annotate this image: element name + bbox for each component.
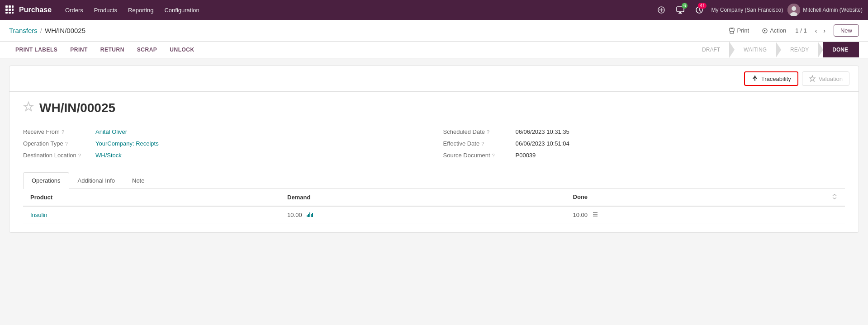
destination-location-value[interactable]: WH/Stock xyxy=(95,152,122,159)
nav-reporting[interactable]: Reporting xyxy=(123,4,158,16)
user-menu[interactable]: Mitchell Admin (Website) xyxy=(787,4,863,16)
detail-list-icon[interactable] xyxy=(592,211,598,218)
avatar xyxy=(787,4,800,16)
operation-type-value[interactable]: YourCompany: Receipts xyxy=(95,140,159,147)
breadcrumb-separator: / xyxy=(40,27,42,34)
status-waiting[interactable]: WAITING xyxy=(735,42,776,57)
traceability-label: Traceability xyxy=(761,75,791,82)
navbar-right: 6 41 My Company (San Francisco) Mitchell… xyxy=(654,3,863,17)
breadcrumb-bar: Transfers / WH/IN/00025 Print Action 1 /… xyxy=(0,20,868,42)
card-top-actions: Traceability Valuation xyxy=(9,66,859,92)
svg-rect-22 xyxy=(308,214,309,217)
receive-from-field: Receive From ? Anital Oliver xyxy=(23,126,425,138)
print-button-2[interactable]: PRINT xyxy=(64,42,94,57)
chat-icon-button[interactable]: 6 xyxy=(673,3,688,17)
tabs: Operations Additional Info Note xyxy=(23,172,845,189)
print-label: Print xyxy=(737,27,749,34)
new-button[interactable]: New xyxy=(834,24,859,37)
breadcrumb-actions: Print Action 1 / 1 ‹ › New xyxy=(725,24,859,37)
print-button[interactable]: Print xyxy=(725,25,753,36)
svg-rect-2 xyxy=(12,5,14,8)
operation-type-help[interactable]: ? xyxy=(65,141,68,146)
company-name[interactable]: My Company (San Francisco) xyxy=(711,7,783,13)
col-product: Product xyxy=(23,189,280,206)
action-buttons: PRINT LABELS PRINT RETURN SCRAP UNLOCK xyxy=(9,42,201,57)
navbar: Purchase Orders Products Reporting Confi… xyxy=(0,0,868,20)
nav-products[interactable]: Products xyxy=(90,4,122,16)
svg-rect-1 xyxy=(9,5,11,8)
prev-record-button[interactable]: ‹ xyxy=(812,26,820,35)
svg-rect-0 xyxy=(5,5,8,8)
return-button[interactable]: RETURN xyxy=(94,42,131,57)
next-record-button[interactable]: › xyxy=(821,26,828,35)
form-fields: Receive From ? Anital Oliver Operation T… xyxy=(23,126,845,161)
traceability-button[interactable]: Traceability xyxy=(744,71,798,86)
operation-type-label: Operation Type ? xyxy=(23,140,95,147)
tab-additional-info[interactable]: Additional Info xyxy=(69,172,123,188)
status-done[interactable]: DONE xyxy=(823,42,859,57)
destination-location-help[interactable]: ? xyxy=(78,153,81,158)
clock-icon-button[interactable]: 41 xyxy=(692,3,707,17)
scheduled-date-help[interactable]: ? xyxy=(487,129,489,135)
receive-from-label: Receive From ? xyxy=(23,128,95,135)
content-card: Traceability Valuation WH/IN/00025 xyxy=(9,66,859,233)
svg-rect-23 xyxy=(309,212,310,217)
operation-type-field: Operation Type ? YourCompany: Receipts xyxy=(23,138,425,150)
nav-configuration[interactable]: Configuration xyxy=(160,4,204,16)
svg-rect-21 xyxy=(307,215,308,217)
destination-location-label: Destination Location ? xyxy=(23,152,95,159)
tab-operations[interactable]: Operations xyxy=(23,172,69,189)
product-cell[interactable]: Insulin xyxy=(23,206,280,223)
svg-rect-24 xyxy=(311,214,312,217)
svg-rect-7 xyxy=(9,12,11,14)
done-cell: 10.00 xyxy=(566,206,845,223)
effective-date-value: 06/06/2023 10:51:04 xyxy=(516,140,569,147)
source-document-value: P00039 xyxy=(516,152,536,159)
app-name[interactable]: Purchase xyxy=(19,6,52,14)
print-labels-button[interactable]: PRINT LABELS xyxy=(9,42,64,57)
tab-note[interactable]: Note xyxy=(123,172,153,188)
effective-date-field: Effective Date ? 06/06/2023 10:51:04 xyxy=(443,138,845,150)
nav-orders[interactable]: Orders xyxy=(61,4,88,16)
col-done: Done xyxy=(566,189,845,206)
source-document-help[interactable]: ? xyxy=(492,153,495,158)
form-title-row: WH/IN/00025 xyxy=(23,101,845,115)
status-ready[interactable]: READY xyxy=(781,42,818,57)
record-counter: 1 / 1 xyxy=(795,27,806,34)
scrap-button[interactable]: SCRAP xyxy=(131,42,164,57)
svg-point-15 xyxy=(792,6,796,11)
bug-icon-button[interactable] xyxy=(654,3,669,17)
grid-icon[interactable] xyxy=(5,5,14,15)
destination-location-field: Destination Location ? WH/Stock xyxy=(23,150,425,161)
source-document-label: Source Document ? xyxy=(443,152,516,159)
left-fields: Receive From ? Anital Oliver Operation T… xyxy=(23,126,425,161)
favorite-star-icon[interactable] xyxy=(23,101,34,115)
status-bar: DRAFT WAITING READY DONE xyxy=(693,42,859,58)
svg-rect-3 xyxy=(5,9,8,11)
status-draft[interactable]: DRAFT xyxy=(693,42,729,57)
valuation-label: Valuation xyxy=(819,75,843,82)
table-row: Insulin 10.00 10.00 xyxy=(23,206,845,223)
forecast-chart-icon[interactable] xyxy=(306,211,313,218)
scheduled-date-value: 06/06/2023 10:31:35 xyxy=(516,128,569,135)
sort-icon[interactable] xyxy=(831,193,838,201)
action-button[interactable]: Action xyxy=(758,25,790,36)
breadcrumb-parent[interactable]: Transfers xyxy=(9,27,38,34)
receive-from-value[interactable]: Anital Oliver xyxy=(95,128,127,135)
main-content: Traceability Valuation WH/IN/00025 xyxy=(0,58,868,320)
table-area: Product Demand Done Insul xyxy=(23,189,845,223)
effective-date-help[interactable]: ? xyxy=(481,141,484,146)
right-fields: Scheduled Date ? 06/06/2023 10:31:35 Eff… xyxy=(443,126,845,161)
svg-rect-5 xyxy=(12,9,14,11)
scheduled-date-label: Scheduled Date ? xyxy=(443,128,516,135)
receive-from-help[interactable]: ? xyxy=(62,129,64,135)
breadcrumb: Transfers / WH/IN/00025 xyxy=(9,27,85,34)
user-name: Mitchell Admin (Website) xyxy=(803,7,863,13)
svg-rect-8 xyxy=(12,12,14,14)
clock-badge: 41 xyxy=(698,3,707,9)
valuation-button[interactable]: Valuation xyxy=(802,71,849,86)
unlock-button[interactable]: UNLOCK xyxy=(163,42,200,57)
breadcrumb-current: WH/IN/00025 xyxy=(45,27,85,34)
nav-arrows: ‹ › xyxy=(812,26,828,35)
source-document-field: Source Document ? P00039 xyxy=(443,150,845,161)
